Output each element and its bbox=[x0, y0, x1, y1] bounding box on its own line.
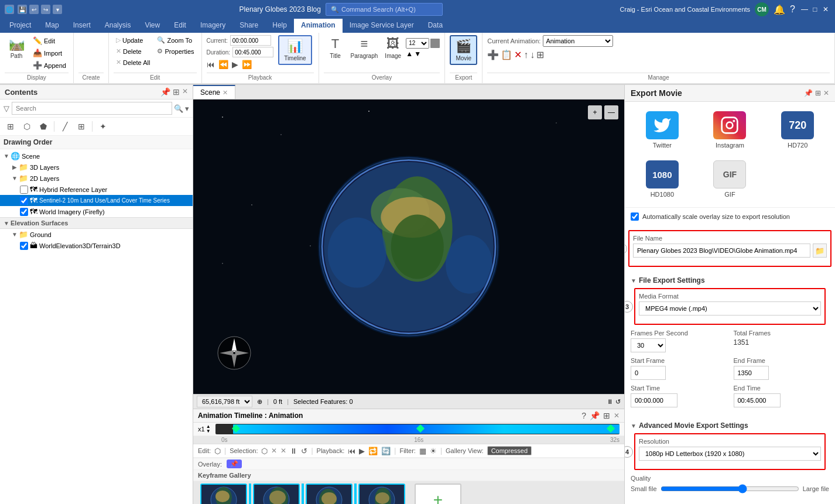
user-avatar[interactable]: CM bbox=[755, 2, 769, 16]
preset-twitter-button[interactable]: Twitter bbox=[631, 108, 694, 152]
animation-select[interactable]: Animation bbox=[543, 35, 613, 47]
panel-close-icon[interactable]: ✕ bbox=[182, 87, 188, 97]
save-icon[interactable]: 💾 bbox=[18, 5, 27, 14]
start-frame-input[interactable] bbox=[631, 366, 666, 380]
end-time-input[interactable] bbox=[734, 393, 781, 407]
fps-select[interactable]: 30 24 60 bbox=[631, 338, 666, 352]
move-down-icon[interactable]: ↓ bbox=[530, 50, 535, 60]
timeline-menu-icon[interactable]: ⊞ bbox=[603, 411, 610, 420]
tree-item-2d-layers[interactable]: ▼ 📁 2D Layers bbox=[0, 173, 193, 184]
tab-edit[interactable]: Edit bbox=[167, 19, 193, 33]
expand-icon[interactable]: ⊞ bbox=[536, 49, 544, 60]
movie-button[interactable]: 🎬 Movie bbox=[450, 35, 477, 65]
skip-back-icon[interactable]: ⏮ bbox=[207, 60, 215, 69]
scene-tab-close-icon[interactable]: ✕ bbox=[223, 89, 228, 97]
tab-project[interactable]: Project bbox=[2, 19, 38, 33]
redo-icon[interactable]: ↪ bbox=[41, 5, 50, 14]
duplicate-animation-icon[interactable]: 📋 bbox=[501, 49, 512, 60]
overlay-pin-button[interactable]: 📌 bbox=[227, 460, 242, 468]
add-animation-icon[interactable]: ➕ bbox=[487, 49, 499, 60]
edit-button[interactable]: ✏️ Edit bbox=[30, 35, 69, 46]
update-button[interactable]: ▷ Update bbox=[114, 35, 152, 45]
selection-pause-icon[interactable]: ⏸ bbox=[290, 447, 297, 455]
tab-data[interactable]: Data bbox=[421, 19, 450, 33]
preset-gif-button[interactable]: GIF GIF bbox=[699, 157, 762, 201]
delete-animation-icon[interactable]: ✕ bbox=[514, 49, 522, 60]
auto-scale-checkbox[interactable] bbox=[631, 212, 639, 221]
close-button[interactable]: ✕ bbox=[821, 5, 830, 14]
refresh-icon[interactable]: ↺ bbox=[615, 398, 621, 406]
gallery-view-compressed-btn[interactable]: Compressed bbox=[487, 446, 532, 455]
tab-analysis[interactable]: Analysis bbox=[98, 19, 138, 33]
panel-menu-icon[interactable]: ⊞ bbox=[173, 87, 180, 97]
undo-icon[interactable]: ↩ bbox=[29, 5, 39, 14]
tab-share[interactable]: Share bbox=[232, 19, 265, 33]
export-panel-menu-icon[interactable]: ⊞ bbox=[815, 89, 821, 97]
resolution-select[interactable]: 1080p HD Letterbox (1920 x 1080) 720p HD… bbox=[639, 447, 821, 461]
tree-item-world-imagery[interactable]: 🗺 World Imagery (Firefly) bbox=[0, 206, 193, 217]
play-icon[interactable]: ▶ bbox=[232, 60, 238, 69]
contents-search-input[interactable] bbox=[12, 102, 172, 115]
timeline-pin-icon[interactable]: 📌 bbox=[590, 411, 600, 420]
zoom-out-icon[interactable]: — bbox=[604, 105, 618, 119]
elevation-expand-icon[interactable]: ▼ bbox=[2, 219, 11, 227]
import-button[interactable]: 📥 Import bbox=[30, 47, 69, 59]
tree-item-hybrid-ref[interactable]: 🗺 Hybrid Reference Layer bbox=[0, 184, 193, 195]
nav-icon[interactable]: ⊕ bbox=[257, 398, 262, 406]
advanced-chevron-icon[interactable]: ▼ bbox=[631, 423, 636, 429]
selection-clear-icon[interactable]: ✕ bbox=[271, 447, 277, 455]
tab-image-service-layer[interactable]: Image Service Layer bbox=[343, 19, 421, 33]
delete-all-button[interactable]: ✕ Delete All bbox=[114, 57, 152, 67]
font-size-select[interactable]: 12 bbox=[406, 38, 429, 49]
image-overlay-button[interactable]: 🖼 Image bbox=[381, 35, 405, 60]
scene-tab[interactable]: Scene ✕ bbox=[193, 85, 235, 99]
world-imagery-checkbox[interactable] bbox=[20, 208, 28, 216]
playback-play-icon[interactable]: ▶ bbox=[359, 447, 365, 455]
edit-tool-1-icon[interactable]: ⬡ bbox=[214, 447, 221, 455]
layer-list-view-icon[interactable]: ⊞ bbox=[4, 120, 18, 133]
notification-icon[interactable]: 🔔 bbox=[774, 4, 785, 15]
navigation-compass[interactable] bbox=[217, 335, 252, 371]
export-panel-pin-icon[interactable]: 📌 bbox=[804, 89, 813, 97]
quality-slider[interactable] bbox=[661, 484, 799, 493]
tree-item-ground[interactable]: ▼ 📁 Ground bbox=[0, 229, 193, 240]
color-swatch[interactable] bbox=[430, 39, 440, 48]
minimize-button[interactable]: — bbox=[800, 5, 809, 14]
playback-loop-icon[interactable]: 🔁 bbox=[368, 447, 378, 455]
command-search-box[interactable]: 🔍 Command Search (Alt+Q) bbox=[326, 3, 443, 16]
3d-layers-expand-icon[interactable]: ▶ bbox=[11, 163, 19, 172]
zoom-to-button[interactable]: 🔍 Zoom To bbox=[155, 35, 196, 45]
paragraph-overlay-button[interactable]: ≡ Paragraph bbox=[348, 35, 381, 60]
arrow-up-icon[interactable]: ▲ bbox=[406, 50, 413, 58]
step-forward-icon[interactable]: ⏩ bbox=[242, 60, 252, 69]
file-export-chevron-icon[interactable]: ▼ bbox=[631, 277, 636, 284]
current-time-input[interactable] bbox=[230, 35, 271, 46]
elevation-select[interactable]: 65,616,798 ft bbox=[197, 396, 252, 407]
customize-icon[interactable]: ▾ bbox=[53, 5, 62, 14]
timeline-help-icon[interactable]: ? bbox=[581, 411, 586, 420]
tree-item-sentinel[interactable]: 🗺 Sentinel-2 10m Land Use/Land Cover Tim… bbox=[0, 195, 193, 206]
tree-item-scene[interactable]: ▼ 🌐 Scene bbox=[0, 150, 193, 162]
2d-layers-expand-icon[interactable]: ▼ bbox=[11, 174, 19, 183]
tree-item-3d-layers[interactable]: ▶ 📁 3D Layers bbox=[0, 162, 193, 173]
preset-hd720-button[interactable]: 720 HD720 bbox=[766, 108, 829, 152]
maximize-button[interactable]: □ bbox=[810, 5, 820, 14]
tab-help[interactable]: Help bbox=[265, 19, 294, 33]
selection-delete-icon[interactable]: ✕ bbox=[280, 447, 286, 455]
world-elevation-checkbox[interactable] bbox=[20, 242, 28, 250]
playback-loop-alt-icon[interactable]: 🔄 bbox=[381, 447, 391, 455]
layer-grid-icon[interactable]: ⊞ bbox=[74, 120, 88, 133]
help-icon[interactable]: ? bbox=[790, 4, 795, 15]
tab-view[interactable]: View bbox=[138, 19, 167, 33]
search-dropdown-icon[interactable]: ▾ bbox=[185, 104, 189, 113]
pause-icon[interactable]: ⏸ bbox=[607, 398, 613, 406]
step-back-icon[interactable]: ⏪ bbox=[218, 60, 228, 69]
ground-expand-icon[interactable]: ▼ bbox=[11, 231, 19, 239]
tab-insert[interactable]: Insert bbox=[66, 19, 98, 33]
keyframe-thumb-2[interactable]: 2 bbox=[253, 484, 300, 504]
filter-icon-1[interactable]: ▦ bbox=[419, 447, 426, 455]
media-format-select[interactable]: MPEG4 movie (.mp4) AVI QuickTime Animate… bbox=[639, 301, 821, 316]
filter-icon-2[interactable]: ☀ bbox=[430, 447, 437, 455]
playback-skip-back-icon[interactable]: ⏮ bbox=[348, 447, 355, 455]
layer-polygon-icon[interactable]: ⬟ bbox=[36, 120, 50, 133]
